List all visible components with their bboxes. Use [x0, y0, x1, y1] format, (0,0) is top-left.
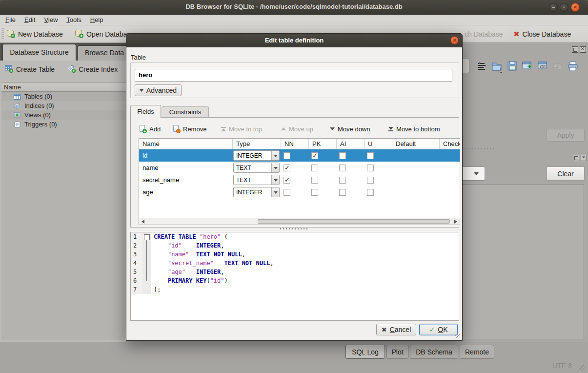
field-name-cell[interactable]: id [139, 152, 233, 159]
pk-checkbox[interactable] [311, 152, 318, 159]
save-file-icon[interactable] [507, 60, 519, 74]
field-name-cell[interactable]: age [139, 188, 233, 196]
toolbar-drag-handle[interactable] [1, 28, 4, 40]
nn-checkbox[interactable] [284, 165, 290, 171]
dock-splitter-handle[interactable] [464, 148, 495, 149]
minimize-button[interactable]: – [549, 3, 558, 12]
field-row-id[interactable]: idINTEGER [139, 149, 460, 162]
ai-checkbox[interactable] [339, 152, 346, 159]
scrollbar-handle[interactable] [258, 219, 450, 224]
nn-checkbox[interactable] [284, 177, 290, 184]
print-icon[interactable] [567, 60, 580, 74]
header-type[interactable]: Type [233, 139, 281, 149]
tab-constraints[interactable]: Constraints [162, 106, 209, 118]
field-row-secret_name[interactable]: secret_nameTEXT [139, 174, 460, 186]
header-nn[interactable]: NN [281, 139, 309, 149]
field-name-cell[interactable]: name [139, 164, 233, 171]
dialog-close-button[interactable]: ✕ [450, 36, 459, 44]
tab-sql-log[interactable]: SQL Log [345, 345, 385, 359]
menu-file[interactable]: File [1, 15, 20, 23]
nn-checkbox[interactable] [284, 152, 290, 159]
scroll-left-icon[interactable] [142, 220, 144, 224]
format-icon[interactable] [476, 60, 488, 74]
fold-margin[interactable] [142, 276, 151, 285]
window-resize-grip[interactable] [579, 365, 585, 371]
field-name-cell[interactable]: secret_name [139, 176, 233, 184]
link-icon[interactable] [537, 60, 550, 74]
close-database-button[interactable]: ✖ Close Database [513, 28, 571, 41]
create-table-button[interactable]: Create Table [5, 64, 55, 74]
create-index-button[interactable]: Create Index [67, 64, 118, 74]
dialog-titlebar[interactable]: Edit table definition ✕ [126, 34, 462, 47]
new-database-button[interactable]: New Database [6, 28, 63, 41]
dock-close-icon[interactable] [580, 46, 586, 53]
tab-plot[interactable]: Plot [386, 345, 408, 359]
u-checkbox[interactable] [367, 152, 374, 159]
field-row-name[interactable]: nameTEXT [139, 162, 460, 174]
u-checkbox[interactable] [367, 189, 374, 196]
sql-preview[interactable]: 1CREATE TABLE "hero" (2 "id" INTEGER,3 "… [130, 232, 459, 321]
open-file-icon[interactable] [491, 60, 504, 74]
tab-database-structure[interactable]: Database Structure [2, 44, 76, 61]
fold-margin[interactable] [142, 285, 151, 294]
dock-float-icon[interactable] [573, 155, 579, 161]
tree-item-tables[interactable]: Tables (0) [1, 92, 126, 101]
move-to-bottom-button[interactable]: Move to bottom [388, 123, 440, 135]
tree-item-indices[interactable]: Indices (0) [1, 101, 126, 110]
tab-db-schema[interactable]: DB Schema [410, 345, 458, 359]
tab-fields[interactable]: Fields [130, 105, 161, 118]
menu-tools[interactable]: Tools [62, 15, 85, 23]
u-checkbox[interactable] [367, 165, 374, 171]
add-field-button[interactable]: + Add [139, 123, 161, 135]
advanced-button[interactable]: Advanced [135, 84, 182, 96]
dock-float-icon[interactable] [572, 46, 578, 53]
ai-checkbox[interactable] [339, 189, 346, 196]
tree-item-views[interactable]: Views (0) [1, 110, 126, 120]
fold-margin[interactable] [142, 241, 151, 250]
header-name[interactable]: Name [139, 139, 233, 149]
field-type-select[interactable]: TEXT [233, 163, 280, 173]
ai-checkbox[interactable] [339, 177, 346, 184]
move-down-button[interactable]: Move down [330, 123, 370, 135]
dialog-splitter-handle[interactable] [280, 228, 309, 229]
dock-close-icon[interactable] [581, 155, 587, 161]
pk-checkbox[interactable] [311, 165, 318, 171]
menu-edit[interactable]: Edit [20, 15, 40, 23]
dialog-resize-grip[interactable] [455, 333, 460, 338]
u-checkbox[interactable] [367, 177, 374, 184]
remove-field-button[interactable]: – Remove [173, 123, 206, 135]
field-row-age[interactable]: ageINTEGER [139, 186, 460, 198]
fold-margin[interactable] [142, 268, 151, 276]
ai-checkbox[interactable] [339, 165, 346, 171]
filter-combobox-fragment[interactable] [462, 166, 485, 181]
pk-checkbox[interactable] [311, 177, 318, 184]
field-type-select[interactable]: INTEGER [233, 150, 280, 161]
pk-checkbox[interactable] [311, 189, 318, 196]
close-window-button[interactable]: ✕ [571, 3, 580, 12]
fold-margin[interactable] [142, 232, 151, 241]
table-name-input[interactable]: hero [135, 69, 452, 82]
header-check[interactable]: Check [440, 139, 460, 149]
header-pk[interactable]: PK [309, 139, 337, 149]
tree-item-triggers[interactable]: Triggers (0) [1, 120, 126, 129]
ok-button[interactable]: ✓ OK [419, 324, 458, 335]
header-u[interactable]: U [365, 139, 392, 149]
cancel-button[interactable]: ✖ Cancel [376, 324, 416, 335]
execute-icon[interactable] [522, 60, 534, 74]
maximize-button[interactable]: ▫ [560, 3, 568, 12]
fold-margin[interactable] [142, 259, 151, 268]
grid-horizontal-scrollbar[interactable] [139, 218, 460, 225]
open-database-button[interactable]: Open Database [74, 28, 134, 41]
field-type-select[interactable]: INTEGER [233, 187, 280, 197]
tab-remote[interactable]: Remote [460, 345, 494, 359]
menu-view[interactable]: View [40, 15, 62, 23]
menu-help[interactable]: Help [86, 15, 108, 23]
field-type-select[interactable]: TEXT [233, 175, 280, 185]
clear-button[interactable]: Clear [547, 166, 585, 181]
fold-margin[interactable] [142, 250, 151, 259]
tab-browse-data[interactable]: Browse Data [78, 45, 131, 61]
header-default[interactable]: Default [392, 139, 440, 149]
scroll-right-icon[interactable] [454, 220, 457, 224]
nn-checkbox[interactable] [284, 189, 290, 196]
header-ai[interactable]: AI [337, 139, 365, 149]
